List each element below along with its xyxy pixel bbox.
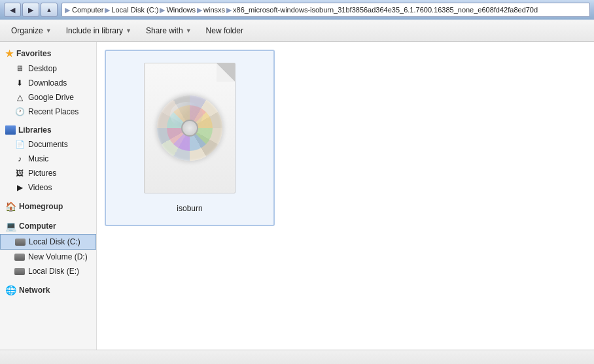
homegroup-icon: 🏠 <box>5 201 16 212</box>
favorites-label: Favorites <box>16 49 51 58</box>
main-area: ★ Favorites 🖥 Desktop ⬇ Downloads △ Goog… <box>0 42 594 350</box>
sidebar: ★ Favorites 🖥 Desktop ⬇ Downloads △ Goog… <box>0 42 97 350</box>
address-part-windows[interactable]: Windows <box>166 6 196 14</box>
music-label: Music <box>28 154 48 163</box>
organize-dropdown-icon: ▼ <box>46 27 52 34</box>
downloads-label: Downloads <box>28 78 67 88</box>
libraries-section[interactable]: Libraries <box>0 123 96 137</box>
computer-section[interactable]: 💻 Computer <box>0 218 96 234</box>
cd-rainbow <box>167 105 213 151</box>
share-with-label: Share with <box>146 26 183 35</box>
network-label: Network <box>19 286 50 295</box>
desktop-label: Desktop <box>28 64 57 73</box>
address-part-winsxs[interactable]: winsxs <box>203 6 225 14</box>
sidebar-item-desktop[interactable]: 🖥 Desktop <box>0 61 96 76</box>
sidebar-item-new-volume-d[interactable]: New Volume (D:) <box>0 250 96 264</box>
pictures-icon: 🖼 <box>14 168 25 178</box>
local-disk-c-label: Local Disk (C:) <box>29 237 80 246</box>
sidebar-item-local-disk-c[interactable]: Local Disk (C:) <box>0 234 96 250</box>
new-folder-label: New folder <box>206 26 243 35</box>
pictures-label: Pictures <box>28 169 56 178</box>
status-bar <box>0 350 594 364</box>
address-part-localdisk[interactable]: Local Disk (C:) <box>111 6 158 14</box>
computer-icon: 💻 <box>5 221 16 231</box>
google-drive-label: Google Drive <box>28 93 74 102</box>
libraries-label: Libraries <box>18 125 52 135</box>
recent-places-icon: 🕐 <box>14 107 25 117</box>
include-in-library-label: Include in library <box>66 26 123 35</box>
sidebar-item-music[interactable]: ♪ Music <box>0 152 96 166</box>
videos-label: Videos <box>28 183 52 192</box>
desktop-icon: 🖥 <box>14 63 25 74</box>
back-button[interactable]: ◀ <box>4 3 21 17</box>
address-arrow: ▶ <box>65 6 70 14</box>
favorites-section[interactable]: ★ Favorites <box>0 46 96 61</box>
organize-label: Organize <box>11 26 43 35</box>
sidebar-item-pictures[interactable]: 🖼 Pictures <box>0 166 96 180</box>
up-button[interactable]: ▲ <box>41 3 58 17</box>
share-dropdown-icon: ▼ <box>186 27 192 34</box>
local-disk-c-icon <box>15 237 26 247</box>
title-bar: ◀ ▶ ▲ ▶ Computer ▶ Local Disk (C:) ▶ Win… <box>0 0 594 20</box>
favorites-icon: ★ <box>5 48 14 59</box>
sidebar-item-documents[interactable]: 📄 Documents <box>0 137 96 152</box>
doc-body <box>144 63 236 193</box>
music-icon: ♪ <box>14 154 25 164</box>
organize-button[interactable]: Organize ▼ <box>5 22 58 39</box>
content-area[interactable]: isoburn <box>97 42 594 350</box>
include-dropdown-icon: ▼ <box>126 27 131 34</box>
address-bar[interactable]: ▶ Computer ▶ Local Disk (C:) ▶ Windows ▶… <box>61 3 590 17</box>
sidebar-item-local-disk-e[interactable]: Local Disk (E:) <box>0 264 96 278</box>
new-volume-d-icon <box>14 252 25 262</box>
new-volume-d-label: New Volume (D:) <box>28 252 88 261</box>
local-disk-e-icon <box>14 266 25 276</box>
documents-label: Documents <box>28 140 68 149</box>
share-with-button[interactable]: Share with ▼ <box>140 22 198 39</box>
network-section[interactable]: 🌐 Network <box>0 282 96 298</box>
address-part-computer[interactable]: Computer <box>72 6 103 14</box>
network-icon: 🌐 <box>5 285 16 295</box>
local-disk-e-label: Local Disk (E:) <box>28 267 79 276</box>
downloads-icon: ⬇ <box>14 78 25 88</box>
new-folder-button[interactable]: New folder <box>200 22 249 39</box>
iso-icon-container <box>137 56 242 200</box>
homegroup-section[interactable]: 🏠 Homegroup <box>0 199 96 214</box>
include-in-library-button[interactable]: Include in library ▼ <box>60 22 137 39</box>
doc-corner-fold <box>217 63 235 82</box>
nav-buttons: ◀ ▶ ▲ <box>4 3 58 17</box>
computer-label: Computer <box>19 222 56 231</box>
address-part-folder[interactable]: x86_microsoft-windows-isoburn_31bf3856ad… <box>233 6 538 14</box>
google-drive-icon: △ <box>14 92 25 103</box>
sidebar-item-videos[interactable]: ▶ Videos <box>0 180 96 195</box>
recent-places-label: Recent Places <box>28 107 79 116</box>
toolbar: Organize ▼ Include in library ▼ Share wi… <box>0 20 594 42</box>
videos-icon: ▶ <box>14 182 25 193</box>
libraries-icon <box>5 125 16 135</box>
file-label-isoburn: isoburn <box>177 204 202 213</box>
sidebar-item-google-drive[interactable]: △ Google Drive <box>0 90 96 105</box>
documents-icon: 📄 <box>14 139 25 150</box>
homegroup-label: Homegroup <box>19 202 63 211</box>
file-item-isoburn[interactable]: isoburn <box>105 50 275 226</box>
cd-disc <box>157 95 222 161</box>
sidebar-item-recent-places[interactable]: 🕐 Recent Places <box>0 105 96 119</box>
sidebar-item-downloads[interactable]: ⬇ Downloads <box>0 76 96 90</box>
forward-button[interactable]: ▶ <box>22 3 39 17</box>
